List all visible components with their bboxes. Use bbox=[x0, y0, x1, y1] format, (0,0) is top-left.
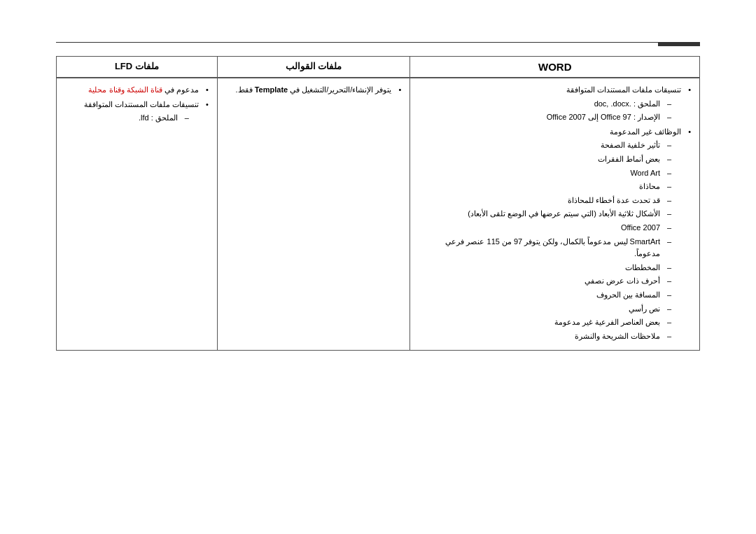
word-sub-2-9: المخططات bbox=[419, 262, 671, 274]
word-item-2-text: الوظائف غير المدعومة bbox=[610, 127, 681, 136]
top-border-line bbox=[56, 42, 700, 43]
word-sub-list-2: تأثير خلفية الصفحة بعض أنماط الفقرات Wor… bbox=[419, 139, 671, 342]
word-sub-2-2: بعض أنماط الفقرات bbox=[419, 153, 671, 166]
right-accent-bar bbox=[658, 42, 700, 46]
lfd-item-1: مدعوم في قناة الشبكة وقناة محلية bbox=[65, 84, 209, 97]
main-table: WORD ملفات القوالب ملفات LFD تنسيقات ملف… bbox=[56, 56, 700, 351]
lfd-cell: مدعوم في قناة الشبكة وقناة محلية تنسيقات… bbox=[57, 78, 218, 351]
templates-list: يتوفر الإنشاء/التحرير/التشغيل في Templat… bbox=[226, 84, 402, 97]
lfd-channel-link[interactable]: قناة الشبكة وقناة محلية bbox=[88, 85, 162, 94]
table-row: تنسيقات ملفات المستندات المتوافقة الملحق… bbox=[57, 78, 700, 351]
page: WORD ملفات القوالب ملفات LFD تنسيقات ملف… bbox=[0, 0, 756, 534]
table-header-row: WORD ملفات القوالب ملفات LFD bbox=[57, 57, 700, 78]
lfd-item-2-text: تنسيقات ملفات المستندات المتوافقة bbox=[84, 100, 199, 108]
word-sub-2-6: الأشكال ثلاثية الأبعاد (التي سيتم عرضها … bbox=[419, 208, 671, 220]
header-lfd: ملفات LFD bbox=[57, 57, 218, 78]
word-sub-2-13: بعض العناصر الفرعية غير مدعومة bbox=[419, 316, 671, 329]
word-item-2: الوظائف غير المدعومة تأثير خلفية الصفحة … bbox=[419, 126, 691, 343]
main-content: WORD ملفات القوالب ملفات LFD تنسيقات ملف… bbox=[0, 0, 756, 379]
header-templates: ملفات القوالب bbox=[217, 57, 410, 78]
word-sub-2-5: قد تحدث عدة أخطاء للمحاذاة bbox=[419, 195, 671, 207]
word-sub-2-10: أحرف ذات عرض نصفي bbox=[419, 275, 671, 288]
lfd-list: مدعوم في قناة الشبكة وقناة محلية تنسيقات… bbox=[65, 84, 209, 125]
word-sub-2-3: Word Art bbox=[419, 167, 671, 180]
word-list: تنسيقات ملفات المستندات المتوافقة الملحق… bbox=[419, 84, 691, 342]
word-item-1-text: تنسيقات ملفات المستندات المتوافقة bbox=[566, 85, 681, 94]
word-sub-2-7: Office 2007 bbox=[419, 222, 671, 234]
templates-item-1: يتوفر الإنشاء/التحرير/التشغيل في Templat… bbox=[226, 84, 402, 97]
word-sub-1-2: الإصدار : Office 97 إلى Office 2007 bbox=[419, 111, 671, 124]
word-sub-2-8: SmartArt ليس مدعوماً بالكمال، ولكن يتوفر… bbox=[419, 236, 671, 260]
word-sub-list-1: الملحق : .doc, .docx الإصدار : Office 97… bbox=[419, 98, 671, 124]
word-sub-2-14: ملاحظات الشريحة والنشرة bbox=[419, 330, 671, 343]
lfd-item-1-prefix: مدعوم في bbox=[162, 85, 199, 94]
lfd-item-2: تنسيقات ملفات المستندات المتوافقة الملحق… bbox=[65, 99, 209, 125]
word-sub-1-1: الملحق : .doc, .docx bbox=[419, 98, 671, 111]
lfd-sub-list: الملحق : lfd. bbox=[65, 112, 189, 125]
header-word: WORD bbox=[410, 57, 700, 78]
word-cell: تنسيقات ملفات المستندات المتوافقة الملحق… bbox=[410, 78, 700, 351]
templates-cell: يتوفر الإنشاء/التحرير/التشغيل في Templat… bbox=[217, 78, 410, 351]
word-sub-2-12: نص رأسي bbox=[419, 303, 671, 316]
word-sub-2-1: تأثير خلفية الصفحة bbox=[419, 139, 671, 152]
word-sub-2-4: محاذاة bbox=[419, 181, 671, 193]
lfd-sub-1: الملحق : lfd. bbox=[65, 112, 189, 125]
word-sub-2-11: المسافة بين الحروف bbox=[419, 289, 671, 302]
word-item-1: تنسيقات ملفات المستندات المتوافقة الملحق… bbox=[419, 84, 691, 124]
template-keyword: Template bbox=[255, 85, 288, 94]
